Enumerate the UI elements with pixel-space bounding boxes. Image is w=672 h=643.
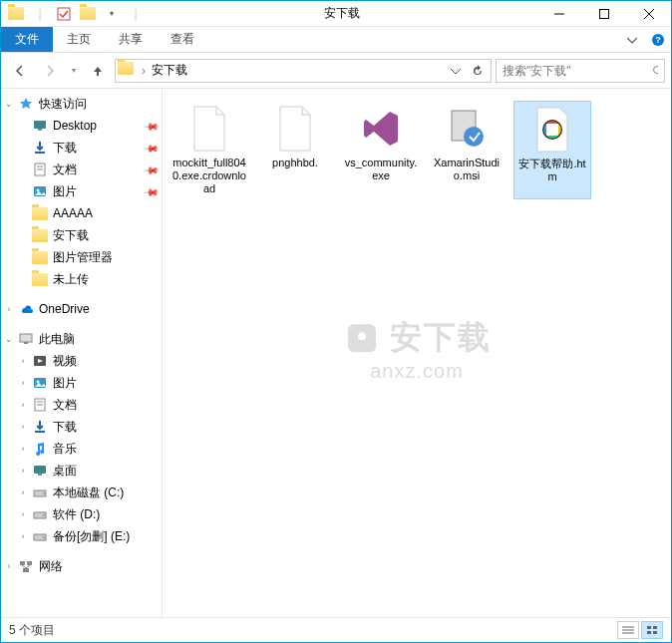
expand-ribbon-icon[interactable] (619, 27, 645, 52)
sidebar-item[interactable]: AAAAA (1, 202, 162, 224)
details-view-button[interactable] (617, 621, 639, 639)
file-list-pane[interactable]: 安下载 anxz.com mockitt_full8040.exe.crdown… (163, 89, 671, 617)
file-icon (443, 105, 491, 153)
sidebar-item[interactable]: › 视频 (1, 350, 162, 372)
tree-icon (17, 330, 35, 348)
tree-icon (31, 527, 49, 545)
refresh-icon[interactable] (467, 60, 489, 82)
tab-share[interactable]: 共享 (105, 27, 157, 52)
sidebar-item[interactable]: Desktop 📌 (1, 115, 162, 137)
tab-file[interactable]: 文件 (1, 27, 53, 52)
chevron-icon[interactable]: › (1, 304, 17, 314)
sidebar-item[interactable]: › 下载 (1, 416, 162, 438)
sidebar-this-pc[interactable]: ⌄ 此电脑 (1, 328, 162, 350)
chevron-icon[interactable]: › (15, 356, 31, 366)
chevron-icon[interactable]: › (15, 378, 31, 388)
chevron-icon[interactable]: › (15, 400, 31, 410)
tree-icon (31, 418, 49, 436)
sidebar-item[interactable]: 未上传 (1, 268, 162, 290)
tree-icon (31, 161, 49, 178)
sidebar-item[interactable]: › 图片 (1, 372, 162, 394)
svg-point-29 (43, 492, 45, 494)
file-item[interactable]: pnghhbd. (256, 101, 334, 199)
folder-icon-2[interactable] (77, 3, 99, 25)
sidebar-item[interactable]: 文档 📌 (1, 159, 162, 180)
file-label: vs_community.exe (344, 157, 418, 182)
svg-line-38 (26, 565, 30, 568)
sidebar-item[interactable]: › 备份[勿删] (E:) (1, 525, 162, 547)
sidebar-item[interactable]: › 桌面 (1, 460, 162, 482)
sidebar-item[interactable]: 安下载 (1, 224, 162, 246)
chevron-icon[interactable]: › (15, 466, 31, 476)
close-button[interactable] (626, 1, 671, 27)
sidebar-onedrive[interactable]: › OneDrive (1, 298, 162, 320)
file-label: pnghhbd. (272, 157, 318, 169)
search-input[interactable] (503, 64, 652, 78)
chevron-icon[interactable]: › (15, 509, 31, 519)
tree-label: 文档 (53, 397, 77, 414)
sidebar-network[interactable]: › 网络 (1, 555, 162, 577)
file-item[interactable]: 安下载帮助.htm (513, 101, 591, 199)
chevron-icon[interactable]: › (15, 422, 31, 432)
svg-rect-49 (647, 631, 651, 634)
forward-button[interactable] (37, 58, 63, 84)
file-item[interactable]: vs_community.exe (342, 101, 420, 199)
file-icon (357, 105, 405, 153)
recent-locations-button[interactable]: ▾ (67, 58, 81, 84)
tab-view[interactable]: 查看 (157, 27, 208, 52)
sidebar-item[interactable]: 下载 📌 (1, 137, 162, 159)
chevron-right-icon[interactable]: › (140, 64, 148, 78)
tab-home[interactable]: 主页 (53, 27, 105, 52)
file-item[interactable]: mockitt_full8040.exe.crdownload (170, 101, 248, 199)
chevron-icon[interactable]: › (15, 487, 31, 497)
tree-icon (31, 248, 49, 266)
chevron-icon[interactable]: ⌄ (1, 334, 17, 344)
file-item[interactable]: XamarinStudio.msi (428, 101, 505, 199)
address-bar[interactable]: › 安下载 (115, 59, 492, 83)
up-button[interactable] (85, 58, 111, 84)
svg-text:?: ? (655, 35, 661, 45)
tree-icon (31, 182, 49, 200)
pin-icon: 📌 (144, 140, 160, 156)
tree-icon (31, 505, 49, 523)
svg-rect-50 (653, 631, 657, 634)
sidebar-item[interactable]: 图片管理器 (1, 246, 162, 268)
back-button[interactable] (7, 58, 33, 84)
properties-icon[interactable] (53, 3, 75, 25)
window-title: 安下载 (147, 5, 536, 22)
minimize-button[interactable] (536, 1, 581, 27)
search-box[interactable] (496, 59, 665, 83)
chevron-icon[interactable]: › (1, 561, 17, 571)
chevron-icon[interactable]: › (15, 531, 31, 541)
breadcrumb-item[interactable]: 安下载 (148, 62, 191, 79)
sidebar-item[interactable]: › 本地磁盘 (C:) (1, 482, 162, 503)
sidebar-item[interactable]: › 文档 (1, 394, 162, 416)
tree-label: Desktop (53, 119, 97, 133)
chevron-icon[interactable]: › (15, 444, 31, 454)
chevron-icon[interactable]: ⌄ (1, 99, 17, 109)
sidebar-item[interactable]: › 音乐 (1, 438, 162, 460)
file-label: mockitt_full8040.exe.crdownload (172, 157, 246, 195)
tree-icon (17, 95, 35, 113)
navigation-pane[interactable]: ⌄ 快速访问 Desktop 📌 下载 📌 文档 📌 图片 📌 AAAAA (1, 89, 163, 617)
tree-label: 下载 (53, 419, 77, 436)
icons-view-button[interactable] (641, 621, 663, 639)
pin-icon: 📌 (144, 183, 160, 199)
svg-rect-18 (24, 342, 28, 344)
folder-icon[interactable] (5, 3, 27, 25)
help-icon[interactable]: ? (645, 27, 671, 52)
tree-label: 图片 (53, 375, 77, 392)
sidebar-item[interactable]: › 软件 (D:) (1, 503, 162, 525)
tree-icon (31, 396, 49, 414)
maximize-button[interactable] (581, 1, 626, 27)
sidebar-item[interactable]: 图片 📌 (1, 180, 162, 202)
tree-label: 安下载 (53, 227, 89, 244)
tree-label: 未上传 (53, 271, 89, 288)
qat-dropdown-icon[interactable]: ▾ (101, 3, 123, 25)
address-dropdown-icon[interactable] (445, 60, 467, 82)
sidebar-quick-access[interactable]: ⌄ 快速访问 (1, 93, 162, 115)
tree-icon (31, 270, 49, 288)
tree-icon (31, 226, 49, 244)
qat-divider: | (29, 3, 51, 25)
tree-label: 下载 (53, 140, 77, 157)
